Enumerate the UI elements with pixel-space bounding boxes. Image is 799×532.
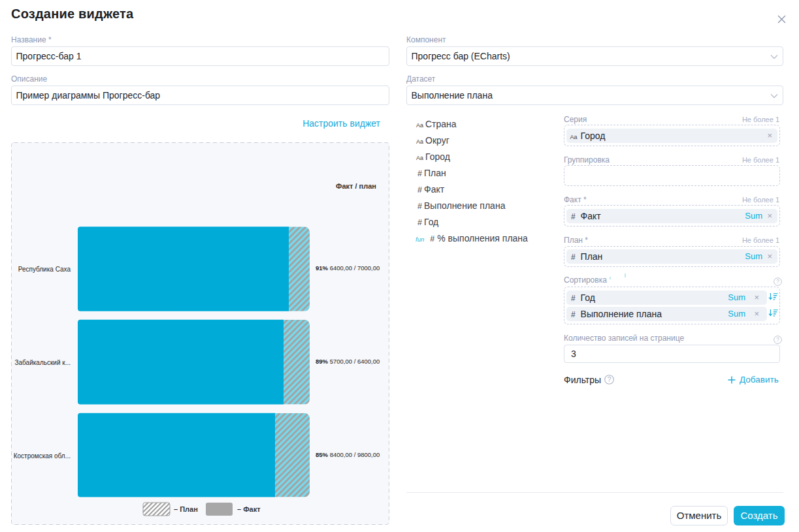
svg-text:?: ? xyxy=(776,278,779,285)
svg-text:?: ? xyxy=(776,336,779,343)
svg-text:?: ? xyxy=(608,376,611,383)
